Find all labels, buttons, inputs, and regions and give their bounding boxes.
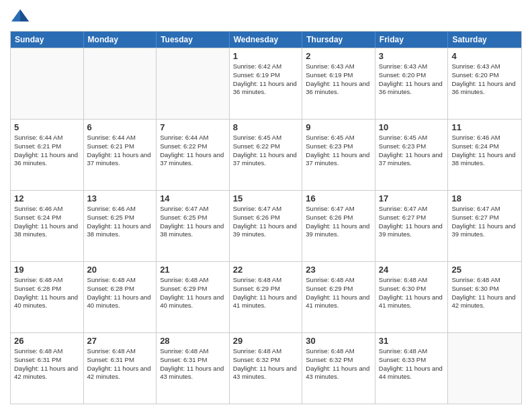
day-number: 10 [379, 122, 445, 132]
day-number: 22 [233, 265, 299, 275]
calendar-body: 1Sunrise: 6:42 AMSunset: 6:19 PMDaylight… [11, 48, 521, 404]
calendar-cell: 12Sunrise: 6:46 AMSunset: 6:24 PMDayligh… [11, 191, 84, 261]
weekday-header: Wednesday [230, 32, 303, 48]
day-info: Sunrise: 6:47 AMSunset: 6:26 PMDaylight:… [306, 205, 371, 239]
day-info: Sunrise: 6:48 AMSunset: 6:31 PMDaylight:… [87, 347, 153, 381]
day-info: Sunrise: 6:48 AMSunset: 6:29 PMDaylight:… [160, 276, 226, 310]
calendar-cell: 23Sunrise: 6:48 AMSunset: 6:29 PMDayligh… [302, 262, 375, 332]
calendar-cell: 27Sunrise: 6:48 AMSunset: 6:31 PMDayligh… [84, 333, 157, 404]
day-number: 7 [160, 122, 226, 132]
day-info: Sunrise: 6:43 AMSunset: 6:20 PMDaylight:… [451, 62, 518, 97]
day-number: 4 [451, 51, 518, 61]
day-number: 9 [306, 122, 371, 132]
weekday-header: Sunday [11, 32, 84, 48]
svg-marker-1 [20, 9, 29, 21]
day-number: 12 [14, 193, 80, 203]
calendar-cell [448, 333, 521, 404]
weekday-header: Saturday [448, 32, 521, 48]
day-info: Sunrise: 6:48 AMSunset: 6:32 PMDaylight:… [306, 347, 371, 381]
day-info: Sunrise: 6:47 AMSunset: 6:27 PMDaylight:… [379, 205, 445, 239]
day-info: Sunrise: 6:46 AMSunset: 6:24 PMDaylight:… [14, 205, 80, 239]
day-info: Sunrise: 6:48 AMSunset: 6:28 PMDaylight:… [87, 276, 153, 310]
calendar-cell: 30Sunrise: 6:48 AMSunset: 6:32 PMDayligh… [302, 333, 375, 404]
day-number: 11 [451, 122, 518, 132]
page: SundayMondayTuesdayWednesdayThursdayFrid… [0, 0, 532, 411]
day-number: 16 [306, 193, 371, 203]
calendar-cell [11, 48, 84, 119]
weekday-header: Friday [375, 32, 449, 48]
calendar-row: 12Sunrise: 6:46 AMSunset: 6:24 PMDayligh… [11, 190, 521, 261]
day-number: 21 [160, 265, 226, 275]
day-number: 8 [233, 122, 299, 132]
day-number: 26 [14, 336, 80, 346]
calendar-row: 19Sunrise: 6:48 AMSunset: 6:28 PMDayligh… [11, 261, 521, 332]
calendar-cell: 2Sunrise: 6:43 AMSunset: 6:19 PMDaylight… [302, 48, 375, 119]
calendar-cell: 22Sunrise: 6:48 AMSunset: 6:29 PMDayligh… [230, 262, 303, 332]
day-info: Sunrise: 6:42 AMSunset: 6:19 PMDaylight:… [233, 62, 299, 97]
day-number: 24 [379, 265, 445, 275]
calendar-cell: 17Sunrise: 6:47 AMSunset: 6:27 PMDayligh… [375, 191, 449, 261]
calendar-cell: 26Sunrise: 6:48 AMSunset: 6:31 PMDayligh… [11, 333, 84, 404]
calendar-cell: 28Sunrise: 6:48 AMSunset: 6:31 PMDayligh… [157, 333, 230, 404]
calendar-cell: 16Sunrise: 6:47 AMSunset: 6:26 PMDayligh… [302, 191, 375, 261]
day-info: Sunrise: 6:43 AMSunset: 6:19 PMDaylight:… [306, 62, 371, 97]
day-number: 5 [14, 122, 80, 132]
day-info: Sunrise: 6:48 AMSunset: 6:28 PMDaylight:… [14, 276, 80, 310]
calendar-row: 1Sunrise: 6:42 AMSunset: 6:19 PMDaylight… [11, 48, 521, 119]
weekday-header: Tuesday [157, 32, 230, 48]
day-info: Sunrise: 6:48 AMSunset: 6:31 PMDaylight:… [160, 347, 226, 381]
day-info: Sunrise: 6:48 AMSunset: 6:30 PMDaylight:… [451, 276, 518, 310]
calendar-cell: 13Sunrise: 6:46 AMSunset: 6:25 PMDayligh… [84, 191, 157, 261]
calendar-cell: 24Sunrise: 6:48 AMSunset: 6:30 PMDayligh… [375, 262, 449, 332]
calendar-cell: 20Sunrise: 6:48 AMSunset: 6:28 PMDayligh… [84, 262, 157, 332]
calendar-cell [157, 48, 230, 119]
day-number: 29 [233, 336, 299, 346]
day-info: Sunrise: 6:47 AMSunset: 6:26 PMDaylight:… [233, 205, 299, 239]
calendar-cell: 7Sunrise: 6:44 AMSunset: 6:22 PMDaylight… [157, 120, 230, 190]
calendar-cell: 4Sunrise: 6:43 AMSunset: 6:20 PMDaylight… [448, 48, 521, 119]
day-info: Sunrise: 6:44 AMSunset: 6:22 PMDaylight:… [160, 134, 226, 168]
day-info: Sunrise: 6:48 AMSunset: 6:29 PMDaylight:… [306, 276, 371, 310]
day-number: 3 [379, 51, 445, 61]
calendar-cell: 19Sunrise: 6:48 AMSunset: 6:28 PMDayligh… [11, 262, 84, 332]
calendar-cell [84, 48, 157, 119]
calendar-cell: 21Sunrise: 6:48 AMSunset: 6:29 PMDayligh… [157, 262, 230, 332]
calendar-cell: 5Sunrise: 6:44 AMSunset: 6:21 PMDaylight… [11, 120, 84, 190]
calendar-cell: 11Sunrise: 6:46 AMSunset: 6:24 PMDayligh… [448, 120, 521, 190]
day-number: 13 [87, 193, 153, 203]
day-number: 20 [87, 265, 153, 275]
calendar-cell: 25Sunrise: 6:48 AMSunset: 6:30 PMDayligh… [448, 262, 521, 332]
day-info: Sunrise: 6:48 AMSunset: 6:33 PMDaylight:… [379, 347, 445, 381]
logo [10, 7, 33, 27]
day-info: Sunrise: 6:47 AMSunset: 6:25 PMDaylight:… [160, 205, 226, 239]
calendar-cell: 31Sunrise: 6:48 AMSunset: 6:33 PMDayligh… [375, 333, 449, 404]
day-info: Sunrise: 6:45 AMSunset: 6:23 PMDaylight:… [306, 134, 371, 168]
day-info: Sunrise: 6:47 AMSunset: 6:27 PMDaylight:… [451, 205, 518, 239]
calendar-cell: 8Sunrise: 6:45 AMSunset: 6:22 PMDaylight… [230, 120, 303, 190]
calendar-cell: 10Sunrise: 6:45 AMSunset: 6:23 PMDayligh… [375, 120, 449, 190]
calendar-cell: 1Sunrise: 6:42 AMSunset: 6:19 PMDaylight… [230, 48, 303, 119]
calendar-cell: 14Sunrise: 6:47 AMSunset: 6:25 PMDayligh… [157, 191, 230, 261]
logo-icon [10, 7, 30, 27]
day-number: 27 [87, 336, 153, 346]
calendar-cell: 9Sunrise: 6:45 AMSunset: 6:23 PMDaylight… [302, 120, 375, 190]
day-info: Sunrise: 6:48 AMSunset: 6:32 PMDaylight:… [233, 347, 299, 381]
day-number: 2 [306, 51, 371, 61]
day-number: 23 [306, 265, 371, 275]
day-number: 18 [451, 193, 518, 203]
day-info: Sunrise: 6:48 AMSunset: 6:31 PMDaylight:… [14, 347, 80, 381]
day-info: Sunrise: 6:45 AMSunset: 6:22 PMDaylight:… [233, 134, 299, 168]
day-number: 14 [160, 193, 226, 203]
day-number: 30 [306, 336, 371, 346]
day-info: Sunrise: 6:48 AMSunset: 6:30 PMDaylight:… [379, 276, 445, 310]
day-info: Sunrise: 6:48 AMSunset: 6:29 PMDaylight:… [233, 276, 299, 310]
day-number: 19 [14, 265, 80, 275]
day-number: 6 [87, 122, 153, 132]
weekday-header: Monday [84, 32, 157, 48]
day-info: Sunrise: 6:46 AMSunset: 6:24 PMDaylight:… [451, 134, 518, 168]
calendar-cell: 29Sunrise: 6:48 AMSunset: 6:32 PMDayligh… [230, 333, 303, 404]
day-number: 28 [160, 336, 226, 346]
calendar-cell: 3Sunrise: 6:43 AMSunset: 6:20 PMDaylight… [375, 48, 449, 119]
header [10, 7, 522, 27]
day-number: 25 [451, 265, 518, 275]
